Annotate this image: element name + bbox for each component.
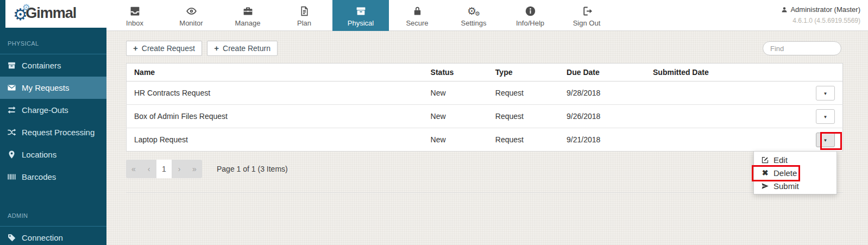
user-info: Administrator (Master) 4.6.1.0 (4.5.6919… [781, 5, 860, 24]
column-header-name: Name [127, 64, 423, 81]
column-header-status: Status [423, 64, 488, 81]
cell-status: New [423, 128, 488, 152]
plus-icon: + [214, 43, 219, 53]
document-icon [276, 4, 332, 17]
tab-sign-out[interactable]: Sign Out [558, 0, 615, 31]
menu-item-label: Delete [773, 168, 797, 178]
pagination: « ‹ 1 › » Page 1 of 1 (3 Items) [126, 160, 843, 178]
sidebar-item-my-requests[interactable]: My Requests [0, 77, 106, 99]
tab-label: Physical [332, 19, 389, 27]
tab-label: Manage [219, 19, 276, 27]
barcode-icon [7, 172, 22, 181]
row-actions-context-menu: Edit ✖ Delete Submit [753, 151, 837, 194]
button-label: Create Return [223, 44, 271, 53]
cell-status: New [423, 105, 488, 128]
pagination-next-button[interactable]: › [172, 160, 187, 178]
lock-icon [389, 4, 445, 17]
gear-icon: ⚙ [22, 3, 30, 12]
cell-submitted-date [645, 105, 808, 128]
cell-name: HR Contracts Request [127, 81, 423, 105]
sidebar-item-label: Connection [22, 233, 63, 242]
table-row: HR Contracts Request New Request 9/28/20… [127, 81, 843, 105]
inbox-icon [106, 4, 163, 17]
tab-plan[interactable]: Plan [276, 0, 332, 31]
pagination-summary: Page 1 of 1 (3 Items) [217, 165, 288, 173]
sidebar-item-label: My Requests [22, 83, 70, 92]
pagination-prev-button[interactable]: ‹ [141, 160, 156, 178]
shuffle-icon [7, 128, 22, 137]
row-actions-dropdown-button[interactable]: ▼ [816, 109, 835, 124]
cell-submitted-date [645, 81, 808, 105]
tab-secure[interactable]: Secure [389, 0, 445, 31]
top-navigation: Inbox Monitor Manage Plan Physical [106, 0, 615, 31]
menu-item-delete[interactable]: ✖ Delete [754, 166, 836, 179]
sidebar-section-admin: ADMIN Connection [0, 203, 106, 245]
edit-icon [761, 156, 769, 164]
eye-icon [163, 4, 219, 17]
sidebar-section-label: PHYSICAL [0, 31, 106, 54]
brand-logo: ⚙ ⚙ Gimmal [13, 5, 76, 22]
pagination-last-button[interactable]: » [187, 160, 202, 178]
main-content-area: + Create Request + Create Return Name St… [106, 31, 868, 245]
table-row: Box of Admin Files Request New Request 9… [127, 105, 843, 128]
cell-type: Request [488, 81, 559, 105]
briefcase-icon [219, 4, 276, 17]
sidebar-item-containers[interactable]: Containers [0, 54, 106, 77]
find-input[interactable] [763, 41, 841, 55]
sidebar-item-locations[interactable]: Locations [0, 143, 106, 166]
paper-plane-icon [761, 182, 769, 190]
column-header-actions [808, 64, 843, 81]
menu-item-label: Submit [773, 181, 799, 191]
header-left-accent-strip [0, 0, 5, 31]
caret-down-icon: ▼ [823, 138, 828, 143]
cell-type: Request [488, 105, 559, 128]
tab-label: Info/Help [502, 19, 558, 27]
toolbar: + Create Request + Create Return [126, 41, 843, 56]
archive-box-icon [332, 4, 389, 17]
sidebar-item-label: Locations [22, 150, 56, 159]
cell-submitted-date [645, 128, 808, 152]
tab-inbox[interactable]: Inbox [106, 0, 163, 31]
create-return-button[interactable]: + Create Return [207, 41, 278, 56]
pagination-first-button[interactable]: « [126, 160, 141, 178]
sidebar-item-connection[interactable]: Connection [0, 227, 106, 245]
tab-label: Sign Out [558, 19, 615, 27]
row-actions-dropdown-button-open[interactable]: ▼ [816, 133, 835, 147]
sidebar-section-physical: PHYSICAL Containers My Requests Charge-O… [0, 31, 106, 188]
sidebar: PHYSICAL Containers My Requests Charge-O… [0, 31, 106, 245]
app-version: 4.6.1.0 (4.5.6919.5569) [781, 17, 860, 24]
plus-icon: + [133, 43, 138, 53]
tab-monitor[interactable]: Monitor [163, 0, 219, 31]
archive-box-icon [7, 61, 22, 70]
gears-icon: ⚙⚙ [445, 4, 502, 17]
tab-manage[interactable]: Manage [219, 0, 276, 31]
exchange-icon [7, 105, 22, 115]
sidebar-item-label: Barcodes [22, 172, 56, 181]
row-actions-dropdown-button[interactable]: ▼ [816, 86, 835, 100]
sidebar-item-barcodes[interactable]: Barcodes [0, 166, 106, 188]
table-header-row: Name Status Type Due Date Submitted Date [127, 64, 843, 81]
caret-down-icon: ▼ [823, 115, 828, 120]
requests-table: Name Status Type Due Date Submitted Date… [126, 63, 843, 152]
sidebar-item-label: Containers [22, 61, 61, 70]
tab-settings[interactable]: ⚙⚙ Settings [445, 0, 502, 31]
button-label: Create Request [142, 44, 195, 53]
sidebar-item-charge-outs[interactable]: Charge-Outs [0, 99, 106, 121]
top-header-bar: ⚙ ⚙ Gimmal Inbox Monitor Manage Pl [0, 0, 868, 31]
tab-physical[interactable]: Physical [332, 0, 389, 31]
envelope-icon [7, 83, 22, 92]
tab-info-help[interactable]: Info/Help [502, 0, 558, 31]
tab-label: Plan [276, 19, 332, 27]
menu-item-edit[interactable]: Edit [754, 153, 836, 166]
pagination-page-1[interactable]: 1 [156, 160, 172, 178]
cell-name: Laptop Request [127, 128, 423, 152]
brand-name: Gimmal [26, 5, 76, 22]
create-request-button[interactable]: + Create Request [126, 41, 202, 56]
sidebar-item-request-processing[interactable]: Request Processing [0, 121, 106, 143]
cell-type: Request [488, 128, 559, 152]
menu-item-submit[interactable]: Submit [754, 179, 836, 192]
tab-label: Secure [389, 19, 445, 27]
cell-name: Box of Admin Files Request [127, 105, 423, 128]
content-bottom-divider [126, 192, 843, 193]
person-icon [781, 7, 788, 13]
